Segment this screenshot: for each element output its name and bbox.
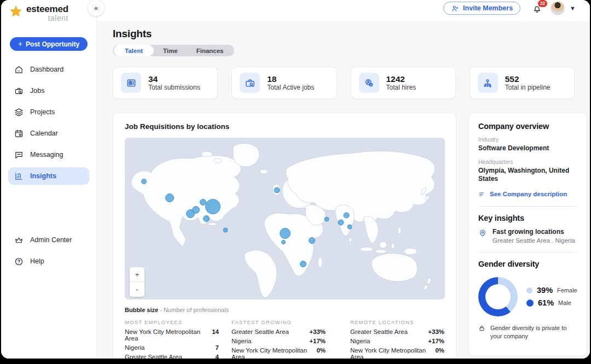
map-bubble[interactable] xyxy=(344,213,350,219)
topbar: « Invite Members 22 ▼ xyxy=(97,0,590,21)
male-dot xyxy=(526,300,534,307)
tab-time[interactable]: Time xyxy=(154,46,187,55)
key-insight-item: Fast growing locations Greater Seattle A… xyxy=(478,228,577,244)
map-bubble[interactable] xyxy=(205,199,221,214)
gender-diversity-title: Gender diversity xyxy=(478,260,577,268)
map-zoom-controls: + - xyxy=(130,267,144,297)
column-header: FASTEST GROWING xyxy=(231,319,326,325)
column-most-employees: MOST EMPLOYEES New York City Metropolita… xyxy=(125,319,219,359)
female-label: Female xyxy=(557,287,577,293)
map-bubble[interactable] xyxy=(203,215,210,222)
description-icon xyxy=(478,191,485,198)
map-bubble[interactable] xyxy=(165,193,174,202)
stat-card-active-jobs: 18 Total Active jobs xyxy=(231,67,337,99)
stat-card-hires: 1242 Total hires xyxy=(351,67,456,99)
table-row: Greater Seattle Area+33% xyxy=(231,328,326,335)
calendar-icon xyxy=(14,129,24,138)
column-fastest-growing: FASTEST GROWING Greater Seattle Area+33%… xyxy=(231,319,326,359)
stat-value: 18 xyxy=(267,74,314,84)
stat-value: 34 xyxy=(148,74,200,84)
stat-card-submissions: 34 Total submissions xyxy=(113,67,218,99)
plus-icon: + xyxy=(18,39,22,48)
chat-icon xyxy=(14,150,24,160)
sidebar-item-projects[interactable]: Projects xyxy=(8,103,89,121)
map-bubble[interactable] xyxy=(274,187,280,193)
map-bubble[interactable] xyxy=(338,220,344,226)
table-row: Greater Seattle Area+33% xyxy=(350,328,444,335)
sidebar-item-messaging[interactable]: Messaging xyxy=(8,146,89,163)
map-bubble[interactable] xyxy=(280,228,291,239)
map-bubble[interactable] xyxy=(141,179,147,184)
key-insights-title: Key insights xyxy=(478,214,577,222)
home-icon xyxy=(14,65,24,74)
app-window: esteemed talent + Post Opportunity Dashb… xyxy=(1,0,590,359)
sidebar-item-calendar[interactable]: Calendar xyxy=(8,125,89,142)
male-label: Male xyxy=(558,300,571,306)
map-bubble[interactable] xyxy=(347,224,352,229)
sidebar-item-admin-center[interactable]: Admin Center xyxy=(8,231,89,249)
female-pct: 39% xyxy=(537,286,553,295)
invite-members-button[interactable]: Invite Members xyxy=(443,2,520,15)
headquarters-label: Headquarters xyxy=(478,158,577,165)
stat-label: Total in pipeline xyxy=(505,84,551,91)
zoom-out-button[interactable]: - xyxy=(130,282,144,297)
brand-sub: talent xyxy=(26,14,68,22)
avatar[interactable] xyxy=(551,1,565,15)
sidebar-item-insights[interactable]: Insights xyxy=(8,167,89,185)
location-pin-icon xyxy=(478,228,487,237)
notifications-button[interactable]: 22 xyxy=(532,3,542,14)
sidebar-item-jobs[interactable]: Jobs xyxy=(8,82,89,99)
column-header: MOST EMPLOYEES xyxy=(125,319,219,325)
legend-separator: - xyxy=(160,307,162,313)
map-bubble[interactable] xyxy=(281,240,286,244)
key-insight-label: Fast growing locations xyxy=(493,228,575,236)
stat-cards: 34 Total submissions 18 Total Active job… xyxy=(113,67,575,99)
job-requisitions-card: Job Requisitions by locations xyxy=(113,113,456,359)
collapse-sidebar-button[interactable]: « xyxy=(88,0,104,16)
table-row: New York City Metropolitan Area14 xyxy=(125,328,219,342)
sidebar-item-label: Insights xyxy=(30,172,56,180)
brand-name: esteemed xyxy=(26,4,68,14)
tab-finances[interactable]: Finances xyxy=(187,46,233,55)
zoom-in-button[interactable]: + xyxy=(130,267,144,282)
main-area: « Invite Members 22 ▼ Insights Talent Ti… xyxy=(97,0,590,359)
help-icon xyxy=(14,257,24,266)
sidebar-item-label: Jobs xyxy=(30,87,44,95)
chevron-down-icon[interactable]: ▼ xyxy=(570,5,576,11)
map-card-title: Job Requisitions by locations xyxy=(125,122,444,131)
map-bubble[interactable] xyxy=(324,217,329,222)
stat-label: Total submissions xyxy=(148,84,200,91)
table-row: New York City Metropolitan Area0% xyxy=(231,347,326,359)
notification-badge: 22 xyxy=(538,0,547,7)
headquarters-value: Olympia, Washington, United States xyxy=(478,167,577,184)
legend-bold: Bubble size xyxy=(125,307,158,313)
map-bubble[interactable] xyxy=(192,206,200,214)
crown-icon xyxy=(14,236,24,245)
post-opportunity-button[interactable]: + Post Opportunity xyxy=(10,37,88,51)
world-map[interactable]: + - xyxy=(125,138,445,300)
gender-legend: 39% Female 61% Male xyxy=(526,282,577,311)
sidebar-item-dashboard[interactable]: Dashboard xyxy=(8,61,89,78)
company-overview-title: Company overview xyxy=(478,122,577,131)
person-add-icon xyxy=(451,4,459,13)
tab-talent[interactable]: Talent xyxy=(114,45,154,56)
map-bubble[interactable] xyxy=(300,261,306,267)
sidebar-item-help[interactable]: Help xyxy=(8,253,89,270)
table-row: Greater Seattle Area4 xyxy=(125,354,219,359)
layers-icon xyxy=(14,108,24,117)
invite-members-label: Invite Members xyxy=(463,4,513,12)
industry-label: Industry xyxy=(478,136,577,143)
map-bubble[interactable] xyxy=(309,237,315,244)
map-bubble[interactable] xyxy=(223,227,228,232)
stat-value: 1242 xyxy=(386,74,416,84)
location-columns: MOST EMPLOYEES New York City Metropolita… xyxy=(125,319,444,359)
stat-card-pipeline: 552 Total in pipeline xyxy=(470,67,575,99)
brand-logo: esteemed talent xyxy=(1,0,96,22)
submissions-icon xyxy=(126,78,137,89)
see-company-description-link[interactable]: See Company description xyxy=(478,191,577,198)
privacy-text: Gender diversity is private to your comp… xyxy=(490,324,577,340)
legend-text: Number of professionals xyxy=(164,307,229,313)
column-remote-locations: REMOTE LOCATIONS Greater Seattle Area+33… xyxy=(350,319,444,359)
stat-value: 552 xyxy=(505,74,551,84)
sidebar-item-label: Messaging xyxy=(30,151,63,158)
